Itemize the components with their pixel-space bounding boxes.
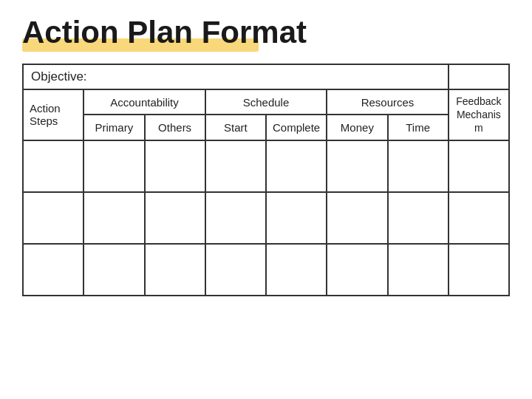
others-header: Others <box>145 115 205 140</box>
table-row <box>23 140 509 192</box>
table-row <box>23 244 509 296</box>
resources-header: Resources <box>327 89 449 115</box>
objective-row: Objective: <box>23 64 509 89</box>
header-row-2: Primary Others Start Complete Money Time <box>23 115 509 140</box>
complete-header: Complete <box>266 115 327 140</box>
page-title: Action Plan Format <box>22 15 510 50</box>
feedback-mechanism-header: Feedback Mechanism <box>449 89 509 140</box>
schedule-header: Schedule <box>205 89 327 115</box>
action-steps-header: Action Steps <box>23 89 83 140</box>
accountability-header: Accountability <box>83 89 205 115</box>
start-header: Start <box>205 115 266 140</box>
time-header: Time <box>388 115 449 140</box>
primary-header: Primary <box>83 115 144 140</box>
table-row <box>23 192 509 244</box>
money-header: Money <box>327 115 387 140</box>
objective-cell: Objective: <box>23 64 449 89</box>
action-plan-table: Objective: Action Steps Accountability S… <box>22 64 510 296</box>
title-area: Action Plan Format <box>22 15 510 50</box>
page-container: Action Plan Format Objective: Action Ste… <box>0 0 532 399</box>
header-row-1: Action Steps Accountability Schedule Res… <box>23 89 509 115</box>
